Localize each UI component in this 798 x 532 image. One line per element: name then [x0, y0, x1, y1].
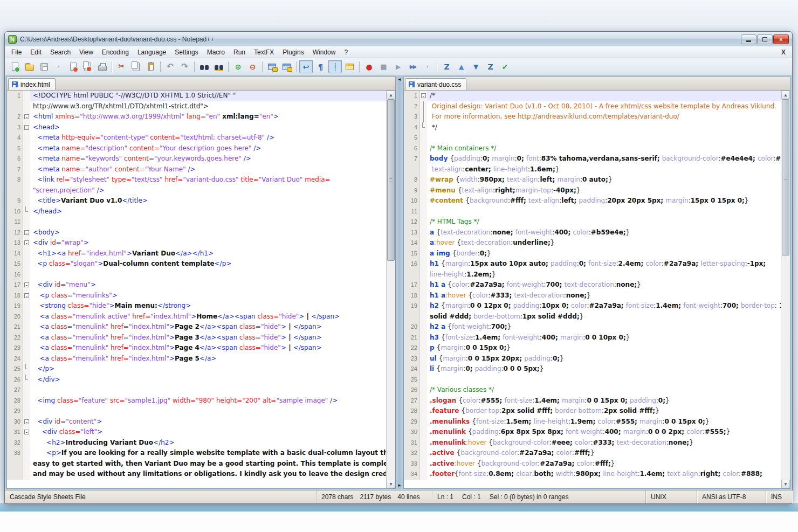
code-row: 6/* Main containers */ [404, 143, 781, 154]
replace-button[interactable] [212, 60, 225, 73]
paste-button[interactable] [144, 60, 157, 73]
save-file-button[interactable] [37, 60, 51, 73]
word-wrap-button[interactable]: ↩ [299, 60, 313, 73]
undo-button[interactable]: ↶ [163, 60, 177, 73]
menu-textfx[interactable]: TextFX [250, 47, 278, 57]
menu-settings[interactable]: Settings [170, 47, 202, 57]
fold-margin [23, 396, 30, 406]
fold-margin[interactable]: - [23, 417, 30, 427]
close-button[interactable]: × [773, 34, 789, 44]
save-all-button[interactable] [52, 60, 65, 73]
left-scroll-thumb[interactable] [387, 99, 395, 261]
pane-splitter[interactable]: ◄ ► [396, 77, 403, 489]
fold-margin[interactable]: - [23, 112, 30, 122]
right-editor[interactable]: 1-/*2 Original design: Variant Duo (v1.0… [403, 90, 790, 489]
close-file-button[interactable] [66, 60, 80, 73]
menu-language[interactable]: Language [133, 47, 170, 57]
function-list-button[interactable] [343, 60, 356, 73]
menu-bar-close-button[interactable]: X [777, 49, 790, 56]
menu-encoding[interactable]: Encoding [98, 47, 133, 57]
menu-macro[interactable]: Macro [203, 47, 229, 57]
code-text: /* [427, 91, 781, 101]
code-row: 20h2 a {font-weight:700;} [404, 322, 781, 333]
code-text: </div> [30, 375, 386, 385]
open-file-button[interactable] [23, 60, 36, 73]
print-button[interactable] [95, 60, 109, 73]
menu-plugins[interactable]: Plugins [278, 47, 308, 57]
fold-margin[interactable]: - [23, 427, 30, 438]
zoom-in-button[interactable]: ⊕ [231, 60, 245, 73]
textfx-5-button[interactable]: ✔ [498, 60, 512, 73]
close-all-button[interactable] [81, 60, 94, 73]
right-scroll-up-button[interactable]: ▲ [781, 91, 790, 99]
menu-file[interactable]: File [7, 47, 26, 57]
fold-margin[interactable]: - [23, 122, 30, 133]
fold-margin[interactable]: - [23, 227, 30, 238]
cut-button[interactable]: ✂ [115, 60, 128, 73]
fold-margin[interactable]: - [420, 91, 427, 101]
saved-file-icon [409, 81, 415, 87]
left-scroll-down-button[interactable]: ▼ [387, 480, 395, 488]
minimize-button[interactable] [741, 34, 756, 44]
macro-stop-button[interactable]: ■ [377, 60, 390, 73]
right-scrollbar[interactable]: ▲ ▼ [781, 91, 790, 488]
sync-horizontal-scrolling-button[interactable] [280, 60, 293, 73]
fold-margin [23, 375, 30, 385]
macro-save-button[interactable] [421, 60, 434, 73]
right-scroll-down-button[interactable]: ▼ [781, 480, 790, 488]
code-text: </head> [30, 206, 386, 217]
fold-margin [420, 438, 427, 448]
maximize-button[interactable] [757, 34, 773, 44]
textfx-1-button[interactable]: Z [440, 60, 453, 73]
redo-button[interactable]: ↷ [178, 60, 191, 73]
menu-search[interactable]: Search [46, 47, 75, 57]
status-doc-type: Cascade Style Sheets File [5, 490, 317, 503]
fold-margin [420, 364, 427, 375]
code-row: 11 [404, 206, 781, 217]
code-text: <head> [30, 122, 386, 133]
fold-margin [23, 301, 30, 312]
fold-margin [420, 227, 427, 238]
fold-margin[interactable]: - [23, 280, 30, 291]
menu-window[interactable]: Window [308, 47, 340, 57]
code-row: 14 <h1><a href="index.html">Variant Duo<… [7, 248, 386, 259]
fold-margin [420, 164, 427, 175]
fold-margin [23, 364, 30, 375]
find-button[interactable] [197, 60, 211, 73]
title-bar[interactable]: N C:\Users\Andreas\Desktop\variant-duo\v… [5, 32, 792, 46]
menu-view[interactable]: View [75, 47, 98, 57]
line-number: 21 [404, 333, 420, 343]
right-scroll-thumb[interactable] [782, 99, 789, 255]
left-scrollbar[interactable]: ▲ ▼ [386, 91, 395, 488]
macro-play-button[interactable]: ▶ [391, 60, 405, 73]
left-scroll-up-button[interactable]: ▲ [387, 91, 395, 99]
code-text: h1 a {color:#2a7a9a; font-weight:700; te… [427, 280, 781, 291]
textfx-3-button[interactable]: ▼ [469, 60, 483, 73]
tab-index-html[interactable]: index.html [8, 78, 56, 90]
macro-run-multiple-button[interactable]: ▶▶ [406, 60, 419, 73]
code-row: 1<!DOCTYPE html PUBLIC "-//W3C//DTD XHTM… [7, 91, 386, 101]
line-number: 13 [7, 238, 23, 248]
menu-help[interactable]: ? [340, 47, 352, 57]
line-number: 33 [404, 459, 420, 469]
copy-button[interactable] [129, 60, 143, 73]
sync-vertical-scrolling-button[interactable] [265, 60, 279, 73]
left-editor[interactable]: 1<!DOCTYPE html PUBLIC "-//W3C//DTD XHTM… [6, 90, 396, 489]
menu-edit[interactable]: Edit [26, 47, 46, 57]
code-text: <strong class="hide">Main menu:</strong> [30, 301, 386, 312]
macro-record-button[interactable]: ● [362, 60, 376, 73]
indent-guide-button[interactable]: ┊ [328, 60, 342, 73]
textfx-4-button[interactable]: Z [484, 60, 497, 73]
show-all-characters-button[interactable]: ¶ [314, 60, 327, 73]
code-row: 29.menulinks {font-size:1.5em; line-heig… [404, 417, 781, 427]
right-scroll-track[interactable] [781, 99, 790, 480]
menu-run[interactable]: Run [229, 47, 250, 57]
textfx-2-button[interactable]: ▲ [455, 60, 468, 73]
zoom-out-button[interactable]: ⊖ [246, 60, 259, 73]
tab-variant-duo-css[interactable]: variant-duo.css [405, 78, 466, 90]
menu-bar: FileEditSearchViewEncodingLanguageSettin… [5, 46, 792, 58]
fold-margin[interactable]: - [23, 238, 30, 248]
left-scroll-track[interactable] [387, 99, 395, 480]
fold-margin[interactable]: - [23, 291, 30, 301]
new-file-button[interactable] [8, 60, 22, 73]
